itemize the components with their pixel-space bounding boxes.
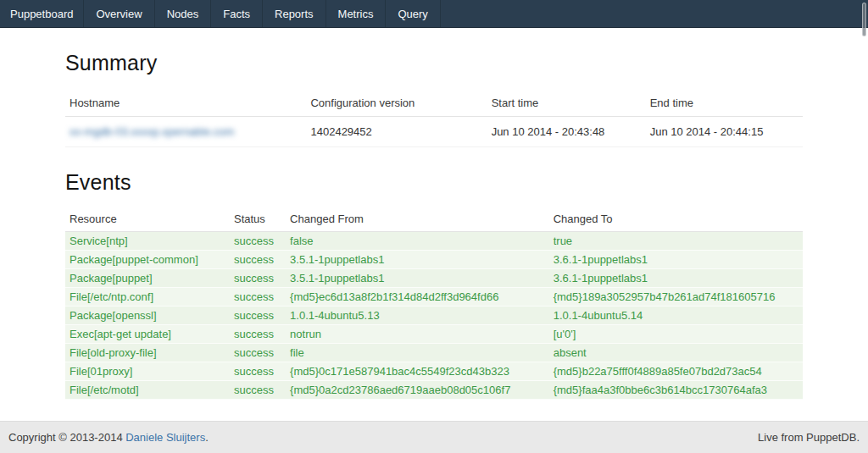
navbar-brand[interactable]: Puppetboard: [0, 0, 84, 27]
summary-header-configver: Configuration version: [306, 89, 487, 117]
cell-changed_to: {md5}b22a75fff0f4889a85fe07bd2d73ac54: [549, 362, 803, 381]
cell-changed_to: 1.0.1-4ubuntu5.14: [549, 307, 803, 325]
events-table: Resource Status Changed From Changed To …: [65, 207, 803, 400]
events-header-changedfrom: Changed From: [286, 207, 549, 232]
cell-changed_from: 3.5.1-1puppetlabs1: [286, 251, 549, 269]
cell-changed_to: [u'0']: [549, 325, 803, 344]
table-row: Package[openssl]success1.0.1-4ubuntu5.13…: [65, 307, 803, 325]
cell-status: success: [230, 307, 286, 325]
cell-resource: Package[puppet]: [65, 269, 230, 288]
table-row: Package[puppet]success3.5.1-1puppetlabs1…: [65, 269, 803, 288]
cell-status: success: [230, 344, 286, 362]
cell-resource: File[01proxy]: [65, 362, 230, 381]
summary-row: xx-mgdb-03.xxxxp.xpernable.com 140242945…: [65, 117, 803, 147]
cell-changed_from: file: [286, 344, 549, 362]
nav-item-nodes[interactable]: Nodes: [155, 0, 212, 27]
copyright-prefix: Copyright © 2013-2014: [8, 431, 125, 444]
table-row: File[/etc/ntp.conf]success{md5}ec6d13a8f…: [65, 288, 803, 307]
summary-heading: Summary: [65, 51, 803, 75]
configver-cell: 1402429452: [306, 117, 487, 147]
cell-resource: File[/etc/motd]: [65, 381, 230, 400]
cell-status: success: [230, 325, 286, 344]
cell-changed_to: absent: [549, 344, 803, 362]
hostname-cell: xx-mgdb-03.xxxxp.xpernable.com: [65, 117, 306, 147]
hostname-link[interactable]: xx-mgdb-03.xxxxp.xpernable.com: [70, 125, 234, 138]
cell-changed_to: 3.6.1-1puppetlabs1: [549, 269, 803, 288]
copyright-text: Copyright © 2013-2014 Daniele Sluijters.: [8, 431, 209, 444]
cell-resource: Exec[apt-get update]: [65, 325, 230, 344]
cell-status: success: [230, 381, 286, 400]
starttime-cell: Jun 10 2014 - 20:43:48: [487, 117, 646, 147]
cell-changed_to: true: [549, 232, 803, 251]
cell-changed_from: 1.0.1-4ubuntu5.13: [286, 307, 549, 325]
table-row: Service[ntp]successfalsetrue: [65, 232, 803, 251]
cell-changed_from: notrun: [286, 325, 549, 344]
cell-changed_to: {md5}faa4a3f0bbe6c3b614bcc1730764afa3: [549, 381, 803, 400]
nav-item-query[interactable]: Query: [386, 0, 440, 27]
cell-status: success: [230, 251, 286, 269]
footer: Copyright © 2013-2014 Daniele Sluijters.…: [0, 421, 868, 453]
table-row: Exec[apt-get update]successnotrun[u'0']: [65, 325, 803, 344]
cell-status: success: [230, 362, 286, 381]
copyright-suffix: .: [205, 431, 209, 444]
cell-resource: Package[openssl]: [65, 307, 230, 325]
cell-changed_from: 3.5.1-1puppetlabs1: [286, 269, 549, 288]
puppetdb-status-text: Live from PuppetDB.: [758, 431, 860, 444]
cell-resource: Package[puppet-common]: [65, 251, 230, 269]
table-row: Package[puppet-common]success3.5.1-1pupp…: [65, 251, 803, 269]
table-row: File[01proxy]success{md5}0c171e587941bac…: [65, 362, 803, 381]
events-header-changedto: Changed To: [549, 207, 803, 232]
summary-table: Hostname Configuration version Start tim…: [65, 89, 803, 147]
summary-header-hostname: Hostname: [65, 89, 306, 117]
endtime-cell: Jun 10 2014 - 20:44:15: [646, 117, 803, 147]
cell-status: success: [230, 269, 286, 288]
cell-resource: Service[ntp]: [65, 232, 230, 251]
events-header-status: Status: [230, 207, 286, 232]
nav-item-metrics[interactable]: Metrics: [326, 0, 387, 27]
author-link[interactable]: Daniele Sluijters: [125, 431, 205, 444]
events-header-resource: Resource: [65, 207, 230, 232]
cell-changed_to: 3.6.1-1puppetlabs1: [549, 251, 803, 269]
table-row: File[/etc/motd]success{md5}0a2cd23786aed…: [65, 381, 803, 400]
navbar: Puppetboard Overview Nodes Facts Reports…: [0, 0, 868, 28]
cell-status: success: [230, 288, 286, 307]
cell-changed_from: {md5}ec6d13a8f2b1f314d84d2ff3d964fd66: [286, 288, 549, 307]
summary-header-starttime: Start time: [487, 89, 646, 117]
cell-resource: File[/etc/ntp.conf]: [65, 288, 230, 307]
events-heading: Events: [65, 170, 803, 195]
summary-header-endtime: End time: [646, 89, 803, 117]
main-content: Summary Hostname Configuration version S…: [65, 51, 803, 400]
cell-status: success: [230, 232, 286, 251]
cell-changed_from: {md5}0c171e587941bac4c5549f23cd43b323: [286, 362, 549, 381]
nav-item-overview[interactable]: Overview: [84, 0, 154, 27]
cell-resource: File[old-proxy-file]: [65, 344, 230, 362]
nav-item-facts[interactable]: Facts: [211, 0, 263, 27]
cell-changed_from: false: [286, 232, 549, 251]
scrollbar-thumb[interactable]: [862, 3, 866, 36]
cell-changed_to: {md5}189a3052957b47b261ad74f181605716: [549, 288, 803, 307]
nav-item-reports[interactable]: Reports: [263, 0, 326, 27]
table-row: File[old-proxy-file]successfileabsent: [65, 344, 803, 362]
cell-changed_from: {md5}0a2cd23786aed6719aaeb08d05c106f7: [286, 381, 549, 400]
